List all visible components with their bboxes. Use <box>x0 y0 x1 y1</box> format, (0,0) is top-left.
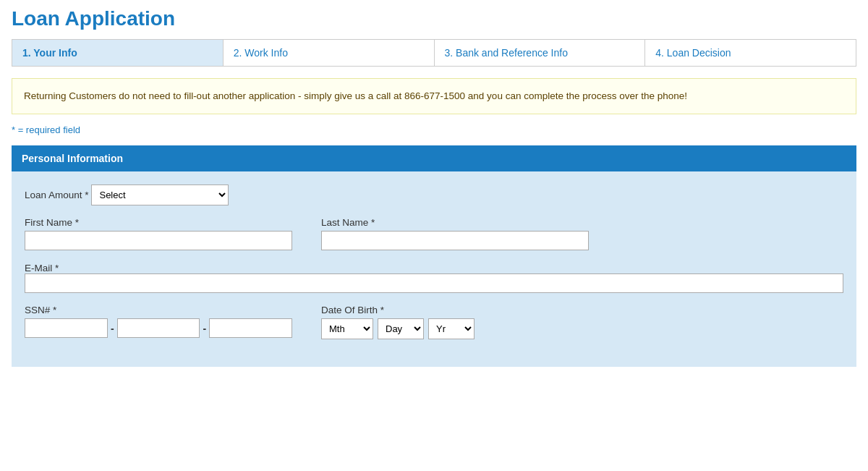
dob-label: Date Of Birth * <box>321 305 589 315</box>
loan-amount-row: Loan Amount * Select $500 $750 $1000 $15… <box>25 184 843 205</box>
dob-day-select[interactable]: Day 1 2 31 <box>378 318 424 339</box>
first-name-input[interactable] <box>25 231 292 250</box>
required-note: * = required field <box>12 124 856 135</box>
first-name-col: First Name * <box>25 217 292 250</box>
email-label: E-Mail * <box>25 263 59 273</box>
last-name-label: Last Name * <box>321 217 589 228</box>
ssn-part3-input[interactable] <box>209 318 292 338</box>
first-name-label: First Name * <box>25 217 292 228</box>
tab-loan-decision[interactable]: 4. Loan Decision <box>645 40 856 66</box>
name-row: First Name * Last Name * <box>25 217 843 250</box>
dob-year-select[interactable]: Yr 2000 1999 1965 <box>428 318 475 339</box>
ssn-part2-input[interactable] <box>117 318 200 338</box>
ssn-container: - - <box>25 318 292 338</box>
ssn-col: SSN# * - - <box>25 305 292 339</box>
page-container: Loan Application 1. Your Info 2. Work In… <box>0 0 868 374</box>
ssn-sep-1: - <box>111 323 114 334</box>
ssn-dob-row: SSN# * - - Date Of Birth * Mth Jan Feb <box>25 305 843 339</box>
ssn-part1-input[interactable] <box>25 318 108 338</box>
dob-col: Date Of Birth * Mth Jan Feb Mar Apr May … <box>321 305 589 339</box>
page-title: Loan Application <box>12 7 856 30</box>
last-name-col: Last Name * <box>321 217 589 250</box>
email-row: E-Mail * <box>25 262 843 293</box>
ssn-label: SSN# * <box>25 305 292 315</box>
last-name-input[interactable] <box>321 231 589 250</box>
tabs-container: 1. Your Info 2. Work Info 3. Bank and Re… <box>12 39 856 67</box>
loan-amount-label: Loan Amount * <box>25 190 89 200</box>
tab-your-info[interactable]: 1. Your Info <box>12 40 224 66</box>
dob-container: Mth Jan Feb Mar Apr May Jun Jul Aug Sep … <box>321 318 589 339</box>
section-header: Personal Information <box>12 145 856 171</box>
loan-amount-select[interactable]: Select $500 $750 $1000 $1500 $2000 $2500… <box>91 184 229 205</box>
notice-box: Returning Customers do not need to fill-… <box>12 78 856 114</box>
tab-bank-ref-info[interactable]: 3. Bank and Reference Info <box>435 40 646 66</box>
ssn-sep-2: - <box>203 323 206 334</box>
email-input[interactable] <box>25 273 843 293</box>
form-area: Loan Amount * Select $500 $750 $1000 $15… <box>12 171 856 367</box>
dob-month-select[interactable]: Mth Jan Feb Mar Apr May Jun Jul Aug Sep … <box>321 318 373 339</box>
tab-work-info[interactable]: 2. Work Info <box>224 40 435 66</box>
